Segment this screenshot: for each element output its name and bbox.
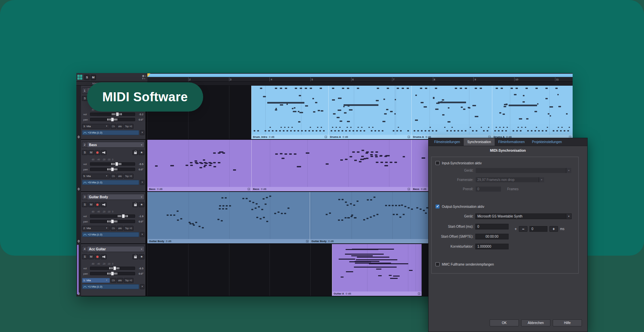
track-name-bar[interactable]: 2 Bass ▼ xyxy=(82,142,144,148)
monitor-button[interactable] xyxy=(101,254,107,259)
spinner-decrement-button[interactable]: − xyxy=(519,226,527,232)
transpose-cell[interactable]: Tsp +0 xyxy=(124,174,133,179)
midi-clip[interactable]: Bass0 dB xyxy=(147,140,251,191)
track-splitter-handle[interactable] xyxy=(77,135,80,138)
chevron-down-icon[interactable]: ▼ xyxy=(140,196,143,198)
favorite-button[interactable]: ★ xyxy=(139,202,144,207)
grid-icon[interactable] xyxy=(77,75,83,80)
record-button[interactable] xyxy=(95,202,100,207)
timeline-ruler[interactable]: 234567891011 xyxy=(147,73,573,81)
instrument-select[interactable]: 2: Vita▾ xyxy=(82,226,110,231)
mute-button[interactable]: M xyxy=(88,150,94,155)
volume-handle[interactable] xyxy=(113,266,116,270)
volume-slider[interactable] xyxy=(90,162,135,166)
midi-clip[interactable]: Drums A0 dB xyxy=(411,86,492,139)
clip-label[interactable]: Drum_Intro0 dB xyxy=(252,135,328,139)
clip-label[interactable]: Guitar A0 dB xyxy=(332,291,422,296)
favorite-button[interactable]: ★ xyxy=(139,254,144,259)
clip-label[interactable]: Guitar Body0 dB xyxy=(148,239,310,243)
pan-slider[interactable] xyxy=(90,118,135,121)
midi-clip[interactable]: Bass0 dB xyxy=(251,140,411,191)
output-caret-button[interactable]: ▾ xyxy=(140,232,144,237)
output-select[interactable]: +1:Vita (1-2) xyxy=(82,284,139,289)
loop-range-bar[interactable] xyxy=(147,74,573,77)
track-splitter-handle[interactable] xyxy=(77,188,80,191)
monitor-button[interactable] xyxy=(101,150,107,155)
preroll-input[interactable]: 0 xyxy=(475,186,501,192)
snap-controls[interactable]: ▦▾ #▾ xyxy=(142,75,146,80)
playhead-flag[interactable] xyxy=(147,73,150,77)
channel-all-cell[interactable]: alle xyxy=(117,278,123,283)
pan-handle[interactable] xyxy=(111,167,114,171)
grid-small-icon[interactable]: ▦ xyxy=(142,75,144,77)
monitor-button[interactable] xyxy=(101,202,107,207)
global-mute-button[interactable]: M xyxy=(91,75,96,80)
pan-handle[interactable] xyxy=(111,219,114,223)
channel-all-cell[interactable]: alle xyxy=(117,124,123,129)
volume-handle[interactable] xyxy=(116,112,119,116)
output-caret-button[interactable]: ▾ xyxy=(140,180,144,185)
volume-handle[interactable] xyxy=(122,214,125,218)
midi-clip[interactable]: Drums A0 dB xyxy=(492,86,573,139)
solo-button[interactable]: S xyxy=(82,254,88,259)
instrument-select[interactable]: 1: Vita▾ xyxy=(82,278,110,283)
snap-icon[interactable]: # xyxy=(142,77,143,80)
track-splitter-handle[interactable] xyxy=(77,240,80,243)
volume-slider[interactable] xyxy=(90,214,135,218)
transpose-cell[interactable]: Tsp +0 xyxy=(124,278,133,283)
clip-label[interactable]: Drums A0 dB xyxy=(329,135,411,139)
output-select[interactable]: +2:Vita (1-2) xyxy=(82,232,139,237)
lock-button[interactable] xyxy=(132,150,138,155)
output-device-select[interactable]: Microsoft GS Wavetable Synth ▼ xyxy=(475,213,572,219)
abbrechen-button[interactable]: Abbrechen xyxy=(521,319,550,326)
mute-button[interactable]: M xyxy=(88,254,94,259)
tab-synchronisation[interactable]: Synchronisation xyxy=(464,138,495,146)
solo-button[interactable]: S xyxy=(82,202,88,207)
tab-filmeinstellungen[interactable]: Filmeinstellungen xyxy=(431,138,464,146)
volume-slider[interactable] xyxy=(90,113,135,116)
output-select[interactable]: +5:Vita (1-2) xyxy=(82,180,139,185)
framerate-select[interactable]: 29,97 Frames/s non drop ▼ xyxy=(475,177,544,183)
channel-all-cell[interactable]: alle xyxy=(117,226,123,231)
pan-slider[interactable] xyxy=(90,272,135,275)
volume-slider[interactable] xyxy=(90,267,135,270)
clip-handle-icon[interactable] xyxy=(418,292,420,295)
favorite-button[interactable]: ★ xyxy=(139,150,144,155)
track-name-bar[interactable]: 4 Acc Guitar ▼ xyxy=(82,246,144,252)
instrument-select[interactable]: 5: Vita▾ xyxy=(82,174,110,179)
transpose-cell[interactable]: Tsp +0 xyxy=(124,226,133,231)
clip-handle-icon[interactable] xyxy=(408,136,410,138)
mute-button[interactable]: M xyxy=(88,202,94,207)
instrument-select[interactable]: 3: Vita▾ xyxy=(82,124,110,129)
clip-handle-icon[interactable] xyxy=(248,188,250,190)
channel-all-cell[interactable]: alle xyxy=(117,174,123,179)
drums-row[interactable]: Drum_Intro0 dBDrums A0 dBDrums A0 dBDrum… xyxy=(147,86,573,140)
output-caret-button[interactable]: ▾ xyxy=(140,284,144,289)
midi-clip[interactable]: Guitar Body0 dB xyxy=(147,192,310,243)
hilfe-button[interactable]: Hilfe xyxy=(553,319,582,326)
tab-projekteinstellungen[interactable]: Projekteinstellungen xyxy=(528,138,565,146)
pan-handle[interactable] xyxy=(111,118,114,122)
input-device-select[interactable]: ▼ xyxy=(475,168,572,173)
chevron-down-icon[interactable]: ▼ xyxy=(140,144,143,146)
clip-handle-icon[interactable] xyxy=(306,240,308,242)
global-solo-button[interactable]: S xyxy=(84,75,90,80)
pan-slider[interactable] xyxy=(90,220,135,223)
output-caret-button[interactable]: ▾ xyxy=(140,130,144,135)
midi-clip[interactable]: Drum_Intro0 dB xyxy=(251,86,328,139)
clip-label[interactable]: Bass0 dB xyxy=(252,187,411,191)
pan-handle[interactable] xyxy=(111,272,114,276)
lock-button[interactable] xyxy=(132,254,138,259)
channel-cell[interactable]: Ch xyxy=(111,278,116,283)
input-sync-checkbox[interactable] xyxy=(436,161,440,165)
output-sync-checkbox[interactable] xyxy=(436,205,440,208)
mmc-checkbox[interactable] xyxy=(436,262,440,266)
channel-cell[interactable]: Ch xyxy=(111,124,116,129)
spinner-value-input[interactable]: 0 xyxy=(529,226,547,232)
volume-handle[interactable] xyxy=(115,162,118,166)
tab-filminformationen[interactable]: Filminformationen xyxy=(495,138,528,146)
spinner-increment-button[interactable]: + xyxy=(549,226,558,232)
record-button[interactable] xyxy=(95,150,100,155)
clip-handle-icon[interactable] xyxy=(325,136,327,138)
ok-button[interactable]: OK xyxy=(490,319,519,326)
